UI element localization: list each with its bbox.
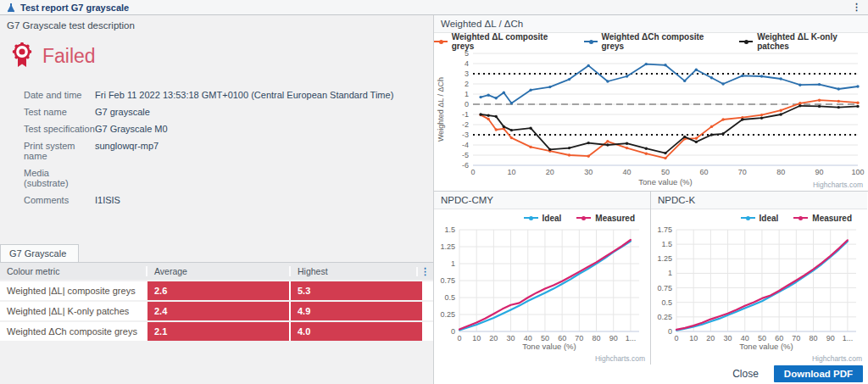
field-row: Media (substrate): [24, 168, 433, 188]
field-row: Comments I1ISIS: [24, 195, 433, 205]
svg-text:40: 40: [623, 168, 632, 176]
svg-text:1...: 1...: [626, 334, 637, 342]
chart-legend: IdealMeasured: [651, 209, 867, 226]
svg-text:10: 10: [507, 168, 515, 176]
svg-text:10: 10: [689, 334, 698, 342]
svg-text:0: 0: [451, 327, 455, 336]
npdc-k-chart: 00.250.50.7511.251.51.750102030405060708…: [651, 226, 863, 353]
svg-text:0: 0: [457, 334, 461, 342]
svg-text:Tone value (%): Tone value (%): [739, 342, 793, 351]
field-label: Media (substrate): [24, 168, 95, 188]
svg-text:1: 1: [465, 90, 469, 98]
svg-text:1: 1: [451, 259, 455, 268]
results-table: Colour metric Average Highest ⋮ Weighted…: [0, 263, 433, 341]
svg-text:1...: 1...: [843, 334, 854, 342]
svg-text:30: 30: [724, 334, 732, 342]
svg-text:90: 90: [609, 334, 618, 342]
svg-text:0.75: 0.75: [657, 284, 672, 292]
svg-text:20: 20: [546, 168, 554, 176]
legend-item[interactable]: Weighted ΔL composite greys: [434, 32, 564, 51]
flask-icon: [7, 3, 15, 13]
kebab-menu-icon[interactable]: ⋮: [852, 3, 861, 12]
highcharts-credits: Highcharts.com: [595, 354, 645, 363]
download-pdf-button[interactable]: Download PDF: [774, 365, 863, 382]
svg-text:0: 0: [465, 100, 469, 109]
svg-text:20: 20: [489, 334, 498, 342]
results-tab-strip: G7 Grayscale: [0, 242, 433, 263]
field-row: Test name G7 grayscale: [24, 107, 433, 117]
svg-text:80: 80: [810, 334, 818, 342]
svg-text:0: 0: [470, 168, 475, 176]
table-row: Weighted ΔCh composite greys 2.1 4.0: [0, 322, 433, 341]
svg-text:20: 20: [706, 334, 715, 342]
svg-text:10: 10: [472, 334, 481, 342]
column-header-average: Average: [146, 266, 289, 276]
svg-text:30: 30: [584, 168, 593, 176]
chart-legend: Weighted ΔL composite greysWeighted ΔCh …: [434, 33, 868, 50]
svg-text:Tone value (%): Tone value (%): [638, 177, 692, 186]
close-button[interactable]: Close: [732, 368, 759, 380]
test-metadata: Date and time Fri Feb 11 2022 13:53:18 G…: [24, 90, 433, 212]
field-label: Date and time: [24, 90, 95, 100]
svg-text:90: 90: [826, 334, 835, 342]
field-value: I1ISIS: [95, 195, 120, 205]
legend-label: Ideal: [542, 214, 562, 223]
npdc-k-panel: NPDC-K IdealMeasured 00.250.50.7511.251.…: [650, 192, 867, 365]
svg-text:30: 30: [507, 334, 515, 342]
svg-text:1.5: 1.5: [444, 226, 455, 234]
legend-label: Weighted ΔL composite greys: [452, 32, 564, 51]
svg-text:0.5: 0.5: [661, 298, 672, 307]
chart-panel-title: Weighted ΔL / ΔCh: [434, 15, 868, 33]
tab-g7-grayscale[interactable]: G7 Grayscale: [0, 244, 79, 262]
field-label: Comments: [24, 195, 95, 205]
table-row: Weighted |ΔL| composite greys 2.6 5.3: [0, 281, 433, 300]
highcharts-credits: Highcharts.com: [812, 354, 862, 363]
legend-item[interactable]: Measured: [793, 214, 852, 223]
svg-text:-4: -4: [462, 141, 469, 149]
legend-item[interactable]: Weighted ΔL K-only patches: [739, 32, 863, 51]
svg-text:-1: -1: [462, 110, 469, 119]
chart-legend: IdealMeasured: [434, 209, 650, 226]
weighted-dl-dch-panel: Weighted ΔL / ΔCh Weighted ΔL composite …: [434, 15, 868, 192]
legend-marker: [576, 217, 591, 219]
average-cell-fail: 2.4: [147, 302, 289, 320]
table-row: Weighted |ΔL| K-only patches 2.4 4.9: [0, 302, 433, 320]
field-value: Fri Feb 11 2022 13:53:18 GMT+0100 (Centr…: [95, 90, 393, 100]
legend-item[interactable]: Measured: [576, 214, 635, 223]
chart-panel-title: NPDC-K: [651, 192, 867, 209]
svg-text:50: 50: [661, 168, 670, 176]
legend-label: Ideal: [760, 214, 779, 223]
legend-marker: [793, 217, 808, 219]
row-filler: [422, 322, 433, 341]
metric-cell: Weighted |ΔL| K-only patches: [0, 302, 146, 320]
highcharts-credits: Highcharts.com: [813, 181, 863, 189]
highest-cell-fail: 4.9: [291, 302, 422, 320]
svg-text:Tone value (%): Tone value (%): [522, 342, 576, 351]
legend-marker: [584, 41, 598, 42]
legend-item[interactable]: Weighted ΔCh composite greys: [584, 32, 720, 51]
svg-text:-6: -6: [462, 161, 469, 170]
column-header-highest: Highest: [289, 266, 416, 276]
legend-item[interactable]: Ideal: [524, 214, 562, 223]
field-value: G7 grayscale: [95, 107, 150, 117]
dialog-title: Test report G7 grayscale: [20, 3, 847, 13]
svg-text:-3: -3: [462, 131, 469, 139]
row-filler: [422, 302, 433, 320]
column-kebab-menu-icon[interactable]: ⋮: [420, 267, 430, 276]
field-row: Print system name sunglowqr-mp7: [24, 141, 433, 161]
legend-label: Weighted ΔCh composite greys: [602, 32, 720, 51]
svg-text:Weighted ΔL / ΔCh: Weighted ΔL / ΔCh: [437, 77, 445, 142]
svg-text:70: 70: [792, 334, 800, 342]
legend-item[interactable]: Ideal: [741, 214, 779, 223]
metric-cell: Weighted |ΔL| composite greys: [0, 281, 146, 300]
field-value: sunglowqr-mp7: [95, 141, 159, 161]
svg-text:90: 90: [815, 168, 824, 176]
spacer: [0, 212, 433, 242]
svg-text:1.75: 1.75: [657, 226, 672, 234]
svg-text:4: 4: [465, 59, 469, 68]
row-filler: [422, 281, 433, 300]
svg-text:1: 1: [668, 269, 672, 277]
svg-text:5: 5: [465, 50, 469, 58]
field-label: Print system name: [24, 141, 95, 161]
highest-cell-fail: 5.3: [291, 281, 422, 300]
